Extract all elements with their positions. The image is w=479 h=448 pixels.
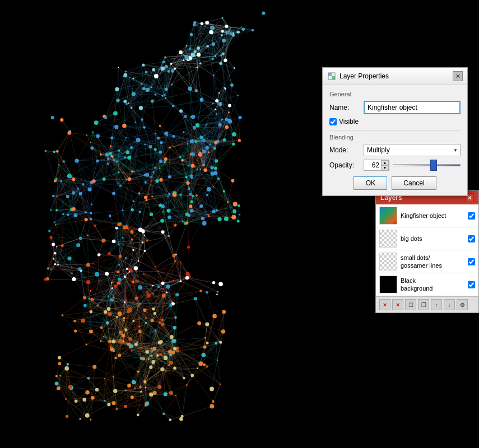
bigdots-thumb-image [380,230,397,247]
layer-name-kingfisher: Kingfisher object [401,212,464,220]
opacity-label: Opacity: [329,161,360,169]
svg-rect-2 [332,76,335,80]
ok-button[interactable]: OK [354,176,387,190]
blend-mode-select[interactable]: Multiply Normal Screen Overlay Darken Li… [364,144,461,156]
dialog-titlebar[interactable]: Layer Properties ✕ [323,68,467,85]
layer-item-bigdots[interactable]: big dots [376,227,478,250]
blackbg-thumb-image [380,276,397,293]
general-section-label: General [329,91,461,97]
layer-name-smalldots: small dots/gossamer lines [401,254,464,270]
layer-name-blackbg: Blackbackground [401,277,464,293]
layer-visible-smalldots[interactable] [468,258,475,265]
opacity-spin-down[interactable]: ▼ [381,165,389,170]
layer-item-kingfisher[interactable]: Kingfisher object [376,204,478,227]
layer-settings-button[interactable]: ⚙ [457,299,468,310]
delete-layer-button2[interactable]: ✕ [392,299,403,310]
opacity-input-wrap: ▲ ▼ [364,160,389,171]
name-label: Name: [329,104,360,111]
layer-item-blackbg[interactable]: Blackbackground [376,273,478,296]
layer-thumbnail-blackbg [379,276,397,293]
layer-properties-dialog: Layer Properties ✕ General Name: Visible… [322,67,468,196]
visible-checkbox[interactable] [329,118,337,125]
duplicate-layer-button[interactable]: ❐ [418,299,429,310]
dialog-title-text: Layer Properties [340,72,389,80]
smalldots-thumb-image [380,253,397,270]
move-layer-down-button[interactable]: ↓ [444,299,455,310]
dialog-close-button[interactable]: ✕ [453,71,463,81]
cancel-button[interactable]: Cancel [392,176,436,190]
opacity-slider[interactable] [393,164,461,166]
network-visualization [0,0,375,448]
svg-rect-1 [328,73,332,76]
delete-layer-button[interactable]: ✕ [379,299,390,310]
layers-panel: Layers ✕ Kingfisher object big dots smal… [375,190,479,313]
opacity-input[interactable] [364,160,381,170]
layer-thumbnail-smalldots [379,253,397,270]
add-layer-button[interactable]: ☐ [405,299,416,310]
dialog-title-icon [327,72,336,81]
layer-name-bigdots: big dots [401,235,464,242]
layers-toolbar: ✕ ✕ ☐ ❐ ↑ ↓ ⚙ [376,296,478,312]
kingfisher-thumb-image [380,207,397,224]
canvas-area [0,0,375,448]
layer-thumbnail-kingfisher [379,207,397,225]
blending-section-label: Blending [329,134,461,141]
move-layer-up-button[interactable]: ↑ [431,299,442,310]
layer-item-smalldots[interactable]: small dots/gossamer lines [376,250,478,273]
visible-label: Visible [339,118,359,125]
opacity-spin-up[interactable]: ▲ [381,160,389,165]
layer-visible-bigdots[interactable] [468,235,475,242]
layer-visible-blackbg[interactable] [468,281,475,288]
name-input[interactable] [364,101,461,114]
mode-label: Mode: [329,146,360,154]
layer-visible-kingfisher[interactable] [468,212,475,220]
layer-thumbnail-bigdots [379,230,397,248]
